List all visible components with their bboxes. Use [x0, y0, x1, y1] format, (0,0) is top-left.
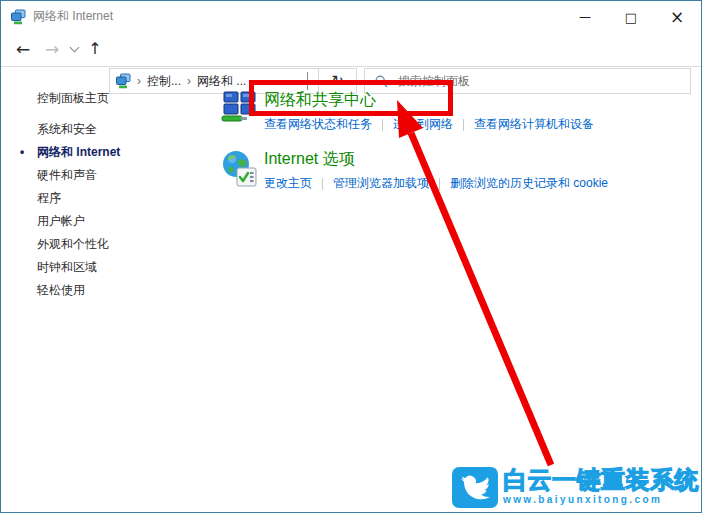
caption-buttons: — □ ×: [562, 2, 700, 32]
navigation-bar: ← → ↑ › 控制... › 网络和 ... ↻: [1, 32, 701, 67]
watermark: 白云一键重装系统 www.baiyunxitong.com: [452, 467, 699, 508]
chevron-down-icon: [307, 72, 308, 90]
search-input[interactable]: [396, 73, 690, 89]
network-internet-icon: [10, 9, 26, 25]
breadcrumb-separator: ›: [137, 74, 141, 88]
network-sharing-icon[interactable]: [221, 91, 259, 124]
link-separator: [439, 178, 440, 190]
watermark-bird-badge: [452, 467, 498, 508]
link-internet-options[interactable]: Internet 选项: [264, 148, 608, 170]
sidebar-item-hardware-sound[interactable]: 硬件和声音: [1, 164, 206, 187]
sidebar-item-network-internet[interactable]: •网络和 Internet: [1, 141, 206, 164]
minimize-button[interactable]: —: [562, 2, 608, 32]
link-separator: [382, 119, 383, 131]
search-icon: [375, 75, 388, 88]
back-button[interactable]: ←: [9, 32, 37, 65]
window-title: 网络和 Internet: [33, 8, 113, 25]
watermark-brand: 白云一键重装系统: [503, 467, 699, 493]
sidebar-item-user-accounts[interactable]: 用户帐户: [1, 210, 206, 233]
maximize-button[interactable]: □: [608, 2, 654, 32]
history-dropdown-button[interactable]: [67, 32, 81, 65]
sidebar-item-system-security[interactable]: 系统和安全: [1, 118, 206, 141]
up-button[interactable]: ↑: [83, 32, 107, 65]
sidebar-item-programs[interactable]: 程序: [1, 187, 206, 210]
address-dropdown-button[interactable]: [307, 72, 308, 90]
link-manage-addons[interactable]: 管理浏览器加载项: [333, 175, 429, 192]
link-delete-history-cookies[interactable]: 删除浏览的历史记录和 cookie: [450, 175, 608, 192]
watermark-url: www.baiyunxitong.com: [503, 494, 699, 505]
link-view-network-computers[interactable]: 查看网络计算机和设备: [474, 116, 594, 133]
sidebar-item-control-panel-home[interactable]: 控制面板主页: [1, 87, 206, 110]
link-network-sharing-center[interactable]: 网络和共享中心: [264, 89, 594, 111]
sidebar-item-clock-region[interactable]: 时钟和区域: [1, 256, 206, 279]
sidebar-item-appearance[interactable]: 外观和个性化: [1, 233, 206, 256]
section-task-links: 查看网络状态和任务 连接到网络 查看网络计算机和设备: [264, 116, 594, 133]
link-connect-to-network[interactable]: 连接到网络: [393, 116, 453, 133]
sidebar: 控制面板主页 系统和安全 •网络和 Internet 硬件和声音 程序 用户帐户…: [1, 87, 206, 302]
link-separator: [463, 119, 464, 131]
link-separator: [322, 178, 323, 190]
breadcrumb-separator: ›: [187, 74, 191, 88]
section-task-links: 更改主页 管理浏览器加载项 删除浏览的历史记录和 cookie: [264, 175, 608, 192]
section-internet-options: Internet 选项 更改主页 管理浏览器加载项 删除浏览的历史记录和 coo…: [221, 148, 608, 192]
active-bullet-icon: •: [20, 141, 24, 164]
section-network-sharing-center: 网络和共享中心 查看网络状态和任务 连接到网络 查看网络计算机和设备: [221, 89, 608, 133]
internet-options-icon[interactable]: [221, 150, 259, 188]
sidebar-item-ease-of-access[interactable]: 轻松使用: [1, 279, 206, 302]
close-button[interactable]: ×: [654, 2, 700, 32]
watermark-text: 白云一键重装系统 www.baiyunxitong.com: [503, 467, 699, 505]
forward-button[interactable]: →: [39, 32, 65, 65]
bird-icon: [459, 473, 491, 503]
link-view-network-status[interactable]: 查看网络状态和任务: [264, 116, 372, 133]
main-content: 网络和共享中心 查看网络状态和任务 连接到网络 查看网络计算机和设备: [221, 89, 608, 192]
chevron-down-icon: [69, 42, 79, 52]
title-bar: 网络和 Internet — □ ×: [1, 1, 701, 32]
link-change-homepage[interactable]: 更改主页: [264, 175, 312, 192]
control-panel-window: 网络和 Internet — □ × ← → ↑ › 控制... › 网络和 .…: [0, 0, 702, 513]
